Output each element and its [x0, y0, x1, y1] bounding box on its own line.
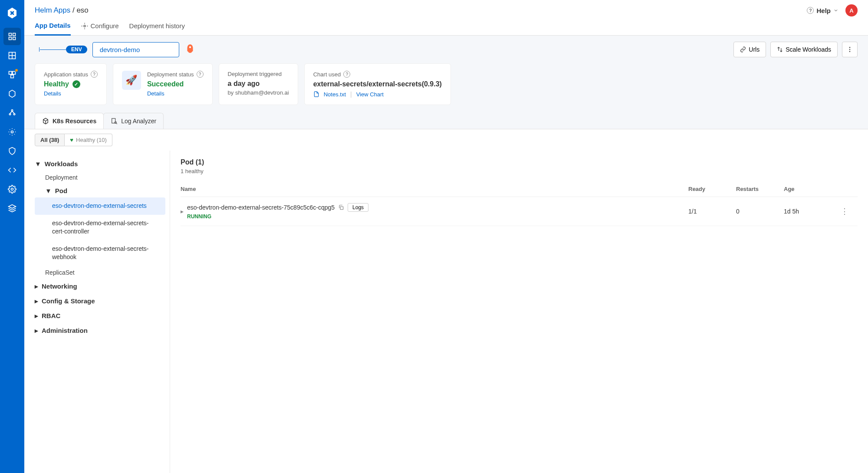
- tree-workloads[interactable]: ▼ Workloads: [35, 157, 165, 171]
- breadcrumb: Helm Apps / eso: [35, 6, 89, 15]
- svg-point-17: [189, 46, 191, 48]
- svg-point-19: [849, 49, 851, 50]
- svg-rect-1: [13, 33, 16, 36]
- cell-ready: 1/1: [688, 208, 736, 215]
- caret-down-icon: ▼: [35, 160, 41, 168]
- svg-point-12: [13, 114, 15, 115]
- resource-tree: ▼ Workloads Deployment ▼ Pod eso-devtron…: [24, 151, 170, 473]
- scale-workloads-button[interactable]: Scale Workloads: [770, 42, 838, 57]
- expand-row-icon[interactable]: ▸: [181, 208, 184, 215]
- more-actions-button[interactable]: [842, 42, 858, 57]
- tab-deployment-history[interactable]: Deployment history: [129, 22, 185, 35]
- heart-icon: ♥: [70, 137, 73, 143]
- help-button[interactable]: ? Help: [807, 7, 838, 14]
- pod-status: RUNNING: [187, 214, 368, 220]
- nav-security-icon[interactable]: [3, 142, 21, 160]
- svg-rect-2: [9, 37, 12, 40]
- copy-icon[interactable]: [338, 204, 344, 210]
- breadcrumb-root[interactable]: Helm Apps: [35, 6, 70, 14]
- card-app-status: Application status? Healthy Details: [35, 63, 107, 105]
- filter-all[interactable]: All (38): [35, 134, 65, 146]
- subtab-log-analyzer[interactable]: Log Analyzer: [103, 113, 164, 129]
- cell-restarts: 0: [736, 208, 784, 215]
- table-row: ▸ eso-devtron-demo-external-secrets-75c8…: [181, 197, 858, 226]
- status-cards: Application status? Healthy Details 🚀 De…: [24, 63, 868, 113]
- app-status-details-link[interactable]: Details: [44, 90, 61, 97]
- deployment-icon: 🚀: [122, 71, 141, 90]
- tree-pod-item[interactable]: eso-devtron-demo-external-secrets-cert-c…: [35, 215, 165, 240]
- tree-pod[interactable]: ▼ Pod: [35, 184, 165, 197]
- urls-button[interactable]: Urls: [733, 42, 766, 57]
- pod-name: eso-devtron-demo-external-secrets-75c89c…: [187, 204, 335, 211]
- col-name: Name: [181, 186, 688, 192]
- view-chart-link[interactable]: View Chart: [356, 91, 384, 98]
- tree-replicaset[interactable]: ReplicaSet: [35, 266, 165, 279]
- card-deployment-status: 🚀 Deployment status? Succeeded Details: [113, 63, 213, 105]
- tree-pod-item[interactable]: eso-devtron-demo-external-secrets-webhoo…: [35, 240, 165, 266]
- content-split: ▼ Workloads Deployment ▼ Pod eso-devtron…: [24, 151, 868, 473]
- col-restarts: Restarts: [736, 186, 784, 192]
- svg-rect-9: [11, 75, 14, 78]
- logs-button[interactable]: Logs: [348, 203, 368, 212]
- svg-rect-8: [13, 72, 16, 75]
- info-icon[interactable]: ?: [91, 71, 98, 78]
- card-deployment-triggered: Deployment triggered a day ago by shubha…: [219, 63, 298, 105]
- pod-detail-panel: Pod (1) 1 healthy Name Ready Restarts Ag…: [170, 151, 868, 473]
- nav-applications-icon[interactable]: [3, 28, 21, 45]
- svg-point-22: [115, 122, 117, 123]
- col-ready: Ready: [688, 186, 736, 192]
- svg-line-23: [117, 123, 117, 124]
- notification-badge: [15, 69, 18, 72]
- scale-icon: [777, 46, 783, 53]
- tree-config-storage[interactable]: ▸ Config & Storage: [35, 294, 165, 309]
- nav-stack-icon[interactable]: [3, 200, 21, 217]
- more-vertical-icon: [846, 46, 853, 53]
- info-icon[interactable]: ?: [343, 71, 350, 78]
- nav-code-icon[interactable]: [3, 161, 21, 179]
- tab-configure[interactable]: Configure: [81, 22, 119, 35]
- filter-healthy[interactable]: ♥ Healthy (10): [65, 134, 112, 146]
- nav-chart-store-icon[interactable]: [3, 47, 21, 64]
- info-icon[interactable]: ?: [197, 71, 204, 78]
- notes-link[interactable]: Notes.txt: [324, 91, 346, 98]
- triggered-by-user: shubham@devtron.ai: [235, 89, 289, 96]
- main-tabs: App Details Configure Deployment history: [24, 16, 868, 36]
- nav-build-config-icon[interactable]: [3, 123, 21, 141]
- svg-rect-3: [13, 37, 16, 40]
- col-age: Age: [784, 186, 832, 192]
- tab-app-details[interactable]: App Details: [35, 22, 71, 36]
- tree-administration[interactable]: ▸ Administration: [35, 323, 165, 338]
- topbar: Helm Apps / eso ? Help A: [24, 0, 868, 16]
- svg-point-20: [849, 51, 851, 52]
- caret-right-icon: ▸: [35, 327, 38, 335]
- row-more-button[interactable]: ⋮: [832, 207, 858, 216]
- tree-pod-item[interactable]: eso-devtron-demo-external-secrets: [35, 197, 165, 215]
- env-selector[interactable]: devtron-demo: [92, 42, 179, 57]
- caret-down-icon: ▼: [45, 187, 52, 194]
- caret-right-icon: ▸: [35, 312, 38, 320]
- sidebar-nav: [0, 0, 24, 473]
- env-bar: ENV devtron-demo Urls Scale Workloads: [24, 36, 868, 63]
- nav-app-groups-icon[interactable]: [3, 66, 21, 83]
- cube-icon: [42, 118, 49, 125]
- user-avatar[interactable]: A: [845, 4, 858, 16]
- nav-resource-browser-icon[interactable]: [3, 85, 21, 102]
- chevron-down-icon: [833, 8, 838, 13]
- gear-icon: [81, 23, 88, 30]
- tree-deployment[interactable]: Deployment: [35, 171, 165, 184]
- nav-clusters-icon[interactable]: [3, 104, 21, 122]
- svg-rect-7: [9, 72, 12, 75]
- svg-point-13: [11, 131, 13, 133]
- svg-rect-24: [340, 207, 343, 209]
- svg-point-11: [9, 114, 10, 115]
- tree-rbac[interactable]: ▸ RBAC: [35, 309, 165, 323]
- file-icon: [313, 91, 319, 97]
- card-chart-used: Chart used? external-secrets/external-se…: [304, 63, 451, 105]
- check-circle-icon: [72, 80, 80, 88]
- dep-status-details-link[interactable]: Details: [147, 90, 164, 97]
- subtab-k8s-resources[interactable]: K8s Resources: [35, 113, 104, 129]
- cell-age: 1d 5h: [784, 208, 832, 215]
- tree-networking[interactable]: ▸ Networking: [35, 279, 165, 294]
- search-doc-icon: [111, 118, 118, 125]
- nav-settings-icon[interactable]: [3, 181, 21, 198]
